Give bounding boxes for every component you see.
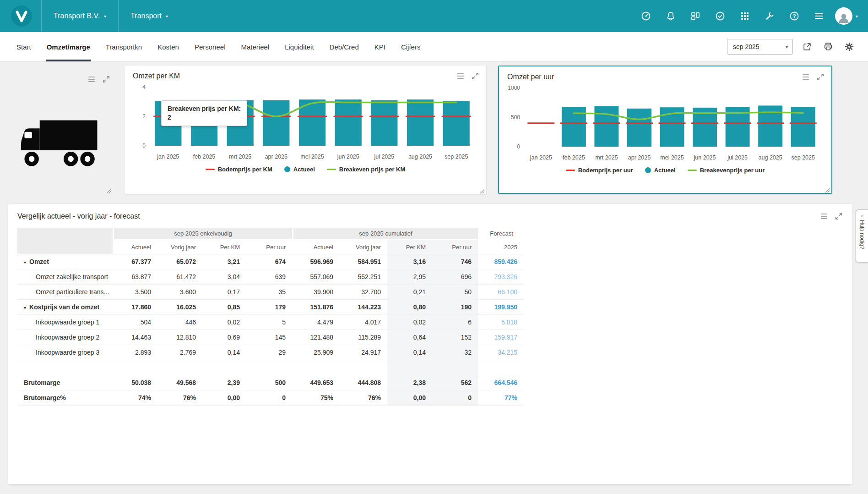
tab-transportkn[interactable]: Transportkn — [106, 32, 142, 61]
card-menu-icon[interactable] — [801, 72, 810, 82]
export-icon[interactable] — [800, 40, 814, 54]
column-header: Actueel — [113, 240, 157, 254]
resize-handle[interactable] — [825, 187, 830, 192]
table-row: Omzet zakelijke transport63.87761.4723,0… — [17, 269, 524, 285]
y-tick-label: 0 — [142, 143, 146, 149]
cell-value: 39.900 — [292, 285, 340, 300]
cell-value: 584.951 — [340, 254, 387, 269]
x-axis-label: apr 2025 — [628, 154, 651, 161]
period-selector[interactable]: sep 2025 ▾ — [727, 39, 793, 55]
x-axis-label: apr 2025 — [265, 154, 288, 160]
legend-line-icon — [327, 169, 336, 170]
column-header: 2025 — [478, 240, 524, 254]
legend-label: Bodemprijs per uur — [578, 167, 633, 174]
dashboard-icon[interactable] — [635, 5, 656, 27]
legend-label: Breakeven prijs per KM — [339, 166, 406, 173]
x-axis-label: jan 2025 — [530, 154, 552, 161]
card-menu-icon[interactable] — [87, 75, 96, 84]
card-expand-icon[interactable] — [816, 72, 825, 82]
dashboard-name: Transport — [130, 12, 162, 20]
chevron-down-icon: ▾ — [104, 14, 106, 19]
resize-handle[interactable] — [106, 187, 111, 192]
help-side-tab[interactable]: ‹ Hulp nodig? — [856, 209, 868, 263]
cell-value: 179 — [246, 300, 292, 315]
app-logo[interactable] — [11, 5, 32, 27]
tab-materieel[interactable]: Materieel — [241, 32, 269, 61]
table-row: Inkoopwaarde groep 15044460,0254.4794.01… — [17, 315, 524, 330]
tools-icon[interactable] — [759, 5, 780, 27]
cell-value: 3.600 — [157, 285, 202, 300]
legend-item[interactable]: Actueel — [645, 167, 676, 174]
compare-table: sep 2025 enkelvoudigsep 2025 cumulatiefF… — [17, 228, 524, 406]
row-label: Kostprijs van de omzet — [29, 303, 99, 311]
column-group-header: Forecast — [478, 228, 524, 240]
chart-title: Omzet per KM — [133, 72, 180, 80]
legend-item[interactable]: Bodemprijs per uur — [566, 167, 633, 174]
legend-line-icon — [566, 170, 575, 171]
print-icon[interactable] — [821, 40, 835, 54]
legend-item[interactable]: Actueel — [284, 166, 315, 173]
resize-handle[interactable] — [480, 187, 485, 192]
board-icon[interactable] — [685, 5, 706, 27]
tab-omzet-marge[interactable]: Omzet/marge — [47, 32, 90, 61]
card-expand-icon[interactable] — [102, 75, 111, 84]
cell-value: 61.472 — [157, 269, 202, 285]
user-menu[interactable]: ▾ — [835, 7, 858, 25]
cell-value: 793.326 — [478, 269, 524, 285]
tab-cijfers[interactable]: Cijfers — [401, 32, 421, 61]
notifications-icon[interactable] — [660, 5, 681, 27]
table-row: Brutomarge%74%76%0,00075%76%0,00077% — [17, 390, 524, 406]
tab-kosten[interactable]: Kosten — [157, 32, 179, 61]
avatar — [835, 7, 852, 25]
cell-value: 444.808 — [340, 375, 387, 390]
cell-value: 0,80 — [387, 300, 432, 315]
app-header: Transport B.V. ▾ Transport ▾ ? — [0, 0, 868, 32]
row-label-header — [17, 228, 113, 254]
cell-value: 144.223 — [340, 300, 387, 315]
cell-value: 557.069 — [292, 269, 340, 285]
tab-personeel[interactable]: Personeel — [195, 32, 226, 61]
cell-value: 50.038 — [113, 375, 157, 390]
dashboard-selector[interactable]: Transport ▾ — [128, 0, 171, 32]
cell-value: 639 — [246, 269, 292, 285]
bar[interactable] — [335, 99, 362, 146]
apps-grid-icon[interactable] — [734, 5, 755, 27]
card-menu-icon[interactable] — [456, 71, 465, 81]
company-selector[interactable]: Transport B.V. ▾ — [51, 0, 109, 32]
tab-deb-cred[interactable]: Deb/Cred — [330, 32, 359, 61]
collapse-icon[interactable]: ▾ — [24, 305, 26, 310]
card-expand-icon[interactable] — [471, 71, 480, 81]
legend-item[interactable]: Breakevenprijs per uur — [688, 167, 765, 174]
cell-value: 17.860 — [113, 300, 157, 315]
cell-value: 121.488 — [292, 330, 340, 345]
card-expand-icon[interactable] — [834, 212, 843, 221]
tab-start[interactable]: Start — [16, 32, 31, 61]
bar[interactable] — [371, 100, 397, 146]
settings-icon[interactable] — [842, 40, 856, 54]
bar[interactable] — [627, 109, 651, 147]
cell-value: 0,02 — [387, 315, 432, 330]
help-icon[interactable]: ? — [784, 5, 805, 27]
tab-liquiditeit[interactable]: Liquiditeit — [285, 32, 314, 61]
card-menu-icon[interactable] — [819, 212, 829, 221]
chart-canvas[interactable]: 05001000jan 2025feb 2025mrt 2025apr 2025… — [506, 82, 824, 165]
cell-value: 446 — [157, 315, 202, 330]
bar[interactable] — [594, 106, 618, 147]
check-circle-icon[interactable] — [710, 5, 731, 27]
x-axis-label: jan 2025 — [157, 154, 179, 160]
legend-line-icon — [206, 169, 215, 170]
cell-value: 4.017 — [340, 315, 387, 330]
tab-kpi[interactable]: KPI — [374, 32, 385, 61]
cell-value: 49.568 — [157, 375, 202, 390]
cell-value: 32.700 — [340, 285, 387, 300]
table-row: ▾Kostprijs van de omzet17.86016.0250,851… — [17, 300, 524, 315]
bar[interactable] — [407, 99, 434, 146]
legend-item[interactable]: Breakeven prijs per KM — [327, 166, 406, 173]
legend-item[interactable]: Bodemprijs per KM — [206, 166, 272, 173]
cell-value: 0,00 — [202, 390, 246, 406]
bar[interactable] — [263, 100, 289, 146]
bar[interactable] — [443, 101, 470, 146]
collapse-icon[interactable]: ▾ — [24, 260, 26, 265]
menu-icon[interactable] — [808, 5, 830, 27]
user-icon — [837, 11, 851, 25]
